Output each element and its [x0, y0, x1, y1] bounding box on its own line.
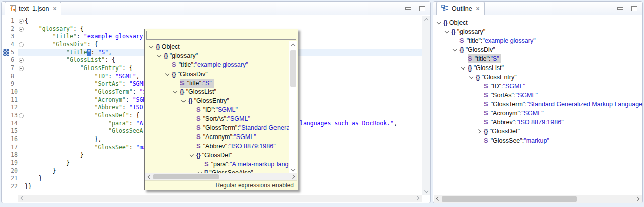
line-number[interactable]: 10	[9, 88, 18, 96]
scroll-right-icon[interactable]	[290, 173, 297, 180]
scroll-up-icon[interactable]	[422, 16, 430, 23]
scroll-left-icon[interactable]	[434, 195, 441, 202]
chevron-down-icon[interactable]	[435, 19, 443, 27]
scroll-left-icon[interactable]	[145, 173, 153, 180]
fold-marker-icon[interactable]	[18, 112, 25, 120]
line-number[interactable]: 5	[9, 49, 18, 57]
chevron-down-icon[interactable]	[172, 88, 180, 96]
code-text[interactable]: {	[25, 17, 422, 25]
outline-tree-item[interactable]: "Acronym": "SGML"	[433, 109, 642, 118]
line-number[interactable]: 13	[9, 112, 18, 120]
line-number[interactable]: 15	[9, 127, 18, 135]
outline-tree-item[interactable]: "title": "S"	[433, 54, 642, 63]
chevron-down-icon[interactable]	[459, 64, 468, 72]
chevron-down-icon[interactable]	[180, 97, 188, 105]
outline-tree-item[interactable]: "ID": "SGML"	[433, 82, 642, 91]
popup-tree-item[interactable]: "Acronym": "SGML"	[145, 132, 289, 142]
annotation-ruler[interactable]	[2, 16, 9, 195]
line-number[interactable]: 4	[9, 41, 18, 49]
popup-tree-item[interactable]: "GlossEntry"	[145, 96, 289, 105]
popup-tree-item[interactable]: "title": "example glossary"	[145, 60, 289, 70]
line-number[interactable]: 16	[9, 135, 18, 144]
chevron-down-icon[interactable]	[164, 70, 172, 78]
tab-close-icon[interactable]: ×	[53, 5, 56, 12]
editor-tab[interactable]: text_1.json ×	[5, 2, 61, 15]
scroll-down-icon[interactable]	[289, 166, 297, 173]
scrollbar-thumb[interactable]	[442, 196, 577, 202]
outline-tree-item[interactable]: "Abbrev": "ISO 8879:1986"	[433, 118, 642, 127]
maximize-icon[interactable]	[631, 6, 637, 11]
outline-close-icon[interactable]: ×	[476, 5, 480, 12]
popup-tree-item[interactable]: "ID": "SGML"	[145, 105, 289, 114]
line-number[interactable]: 21	[9, 175, 18, 183]
maximize-icon[interactable]	[419, 6, 425, 11]
outline-tree-item[interactable]: "GlossList"	[433, 63, 642, 73]
popup-tree-item[interactable]: "GlossDiv"	[145, 70, 289, 79]
scroll-down-icon[interactable]	[422, 188, 430, 195]
line-number[interactable]: 12	[9, 104, 18, 112]
popup-tree-item[interactable]: "GlossSeeAlso"	[145, 168, 289, 173]
line-number[interactable]: 18	[9, 151, 18, 159]
chevron-down-icon[interactable]	[468, 73, 476, 81]
line-number[interactable]: 3	[9, 33, 18, 41]
line-number[interactable]: 7	[9, 64, 18, 73]
outline-tree-item[interactable]: "SortAs": "SGML"	[433, 91, 642, 100]
scroll-left-icon[interactable]	[18, 195, 26, 202]
line-number[interactable]: 6	[9, 56, 18, 64]
chevron-down-icon[interactable]	[196, 169, 204, 173]
chevron-right-icon[interactable]	[476, 127, 484, 135]
line-number[interactable]: 9	[9, 80, 18, 88]
chevron-down-icon[interactable]	[451, 46, 459, 54]
fold-marker-icon[interactable]	[18, 56, 25, 64]
chevron-down-icon[interactable]	[443, 28, 451, 36]
editor-horizontal-scrollbar[interactable]	[18, 195, 422, 202]
chevron-down-icon[interactable]	[156, 52, 164, 60]
line-number[interactable]: 22	[9, 183, 18, 191]
line-number[interactable]: 20	[9, 167, 18, 175]
outline-horizontal-scrollbar[interactable]	[434, 195, 642, 203]
popup-tree-item[interactable]: "GlossDef"	[145, 151, 289, 160]
line-number[interactable]: 11	[9, 96, 18, 104]
code-line[interactable]: 1{	[9, 17, 422, 25]
outline-tree-item[interactable]: "glossary"	[433, 27, 642, 36]
scroll-right-icon[interactable]	[634, 195, 642, 202]
popup-tree-item[interactable]: "GlossTerm": "Standard Generalized Marku…	[145, 123, 289, 132]
fold-marker-icon[interactable]	[18, 17, 25, 25]
popup-tree-item[interactable]: "SortAs": "SGML"	[145, 114, 289, 123]
minimize-icon[interactable]	[405, 7, 411, 10]
line-number[interactable]: 14	[9, 120, 18, 128]
popup-horizontal-scrollbar[interactable]	[145, 173, 297, 180]
editor-vertical-scrollbar[interactable]	[422, 16, 430, 195]
popup-vertical-scrollbar[interactable]	[289, 41, 297, 173]
popup-tree-item[interactable]: "Abbrev": "ISO 8879:1986"	[145, 142, 289, 151]
popup-filter-input[interactable]	[146, 31, 296, 40]
line-number[interactable]: 2	[9, 25, 18, 33]
scroll-right-icon[interactable]	[414, 195, 422, 202]
line-number[interactable]: 17	[9, 144, 18, 152]
line-number[interactable]: 8	[9, 73, 18, 81]
minimize-icon[interactable]	[617, 7, 623, 10]
outline-tree-item[interactable]: "GlossSee": "markup"	[433, 136, 642, 145]
popup-tree-item[interactable]: "glossary"	[145, 51, 289, 60]
chevron-down-icon[interactable]	[188, 151, 196, 159]
line-number[interactable]: 19	[9, 159, 18, 167]
popup-tree-item[interactable]: "GlossList"	[145, 87, 289, 96]
outline-tab[interactable]: Outline ×	[436, 2, 485, 15]
popup-tree-item[interactable]: "title": "S"	[145, 79, 289, 88]
scrollbar-thumb[interactable]	[290, 50, 296, 87]
popup-tree-item[interactable]: "para": "A meta-markup language, used to…	[145, 160, 289, 169]
fold-marker-icon[interactable]	[18, 41, 25, 49]
scrollbar-thumb[interactable]	[153, 174, 219, 179]
outline-tree-item[interactable]: "GlossDiv"	[433, 45, 642, 54]
outline-tree-item[interactable]: "title": "example glossary"	[433, 36, 642, 45]
popup-tree-item[interactable]: Object	[145, 42, 289, 51]
fold-marker-icon[interactable]	[18, 25, 25, 33]
outline-tree-item[interactable]: "GlossDef"	[433, 127, 642, 136]
fold-marker-icon[interactable]	[18, 64, 25, 73]
outline-tree-item[interactable]: Object	[433, 18, 642, 27]
chevron-down-icon[interactable]	[148, 43, 156, 51]
line-number[interactable]: 1	[9, 17, 18, 25]
outline-tree-item[interactable]: "GlossTerm": "Standard Generalized Marku…	[433, 100, 642, 109]
scroll-up-icon[interactable]	[289, 41, 297, 48]
outline-tree-item[interactable]: "GlossEntry"	[433, 73, 642, 82]
